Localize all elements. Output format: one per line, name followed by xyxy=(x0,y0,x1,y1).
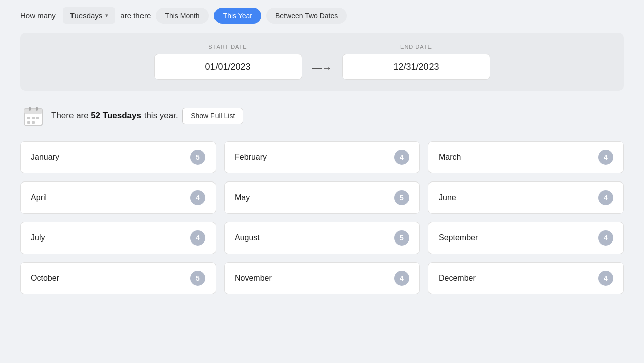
result-prefix: There are xyxy=(51,111,89,120)
svg-rect-8 xyxy=(32,121,35,124)
svg-rect-1 xyxy=(24,109,42,114)
end-date-field: END DATE xyxy=(342,44,490,80)
month-card-july[interactable]: July4 xyxy=(20,222,216,254)
day-select-button[interactable]: Tuesdays ▾ xyxy=(63,7,115,24)
month-count-badge: 4 xyxy=(598,230,613,246)
dropdown-arrow-icon: ▾ xyxy=(105,12,108,19)
toolbar-label2: are there xyxy=(120,11,151,20)
svg-rect-3 xyxy=(36,107,38,111)
month-card-september[interactable]: September4 xyxy=(428,222,624,254)
month-count-badge: 4 xyxy=(394,150,409,165)
svg-rect-6 xyxy=(36,117,39,119)
month-name: May xyxy=(235,193,250,202)
month-name: July xyxy=(31,233,45,243)
month-count-badge: 5 xyxy=(394,230,409,246)
month-name: June xyxy=(439,193,456,202)
start-date-input[interactable] xyxy=(154,54,302,80)
month-count-badge: 4 xyxy=(190,190,205,205)
result-section: There are 52 Tuesdays this year. Show Fu… xyxy=(20,105,624,127)
month-card-may[interactable]: May5 xyxy=(224,182,420,214)
month-card-march[interactable]: March4 xyxy=(428,141,624,173)
month-grid: January5February4March4April4May5June4Ju… xyxy=(20,141,624,294)
month-count-badge: 4 xyxy=(394,271,409,286)
month-card-august[interactable]: August5 xyxy=(224,222,420,254)
svg-rect-7 xyxy=(27,121,30,124)
date-range-row: START DATE —→ END DATE xyxy=(154,44,490,80)
month-count-badge: 4 xyxy=(598,150,613,165)
month-card-april[interactable]: April4 xyxy=(20,182,216,214)
month-card-february[interactable]: February4 xyxy=(224,141,420,173)
month-count-badge: 4 xyxy=(598,271,613,286)
month-name: August xyxy=(235,233,260,243)
month-name: January xyxy=(31,153,59,162)
date-range-section: START DATE —→ END DATE xyxy=(20,33,624,91)
month-card-january[interactable]: January5 xyxy=(20,141,216,173)
month-count-badge: 5 xyxy=(190,150,205,165)
page-container: How many Tuesdays ▾ are there This Month… xyxy=(0,0,644,315)
month-card-december[interactable]: December4 xyxy=(428,262,624,294)
show-full-list-button[interactable]: Show Full List xyxy=(182,108,243,124)
month-name: December xyxy=(439,274,476,283)
filter-this-year-button[interactable]: This Year xyxy=(214,8,261,24)
filter-this-month-button[interactable]: This Month xyxy=(156,8,208,24)
day-select-label: Tuesdays xyxy=(70,11,102,20)
toolbar-label1: How many xyxy=(20,11,56,20)
end-date-input[interactable] xyxy=(342,54,490,80)
month-name: February xyxy=(235,153,267,162)
svg-rect-2 xyxy=(29,107,31,111)
month-count-badge: 5 xyxy=(190,271,205,286)
month-card-october[interactable]: October5 xyxy=(20,262,216,294)
svg-rect-4 xyxy=(27,117,30,119)
month-count-badge: 5 xyxy=(394,190,409,205)
calendar-icon xyxy=(22,105,44,127)
month-card-june[interactable]: June4 xyxy=(428,182,624,214)
date-range-arrow-icon: —→ xyxy=(312,62,332,74)
result-count: 52 Tuesdays xyxy=(91,111,144,120)
month-name: October xyxy=(31,274,59,283)
month-name: November xyxy=(235,274,272,283)
month-count-badge: 4 xyxy=(598,190,613,205)
toolbar: How many Tuesdays ▾ are there This Month… xyxy=(20,0,624,33)
month-count-badge: 4 xyxy=(190,230,205,246)
month-name: April xyxy=(31,193,47,202)
end-date-label: END DATE xyxy=(400,44,432,50)
filter-between-dates-button[interactable]: Between Two Dates xyxy=(266,8,347,24)
result-suffix: this year. xyxy=(144,111,178,120)
result-text-container: There are 52 Tuesdays this year. Show Fu… xyxy=(51,108,243,124)
start-date-field: START DATE xyxy=(154,44,302,80)
svg-rect-5 xyxy=(32,117,35,119)
start-date-label: START DATE xyxy=(208,44,247,50)
month-card-november[interactable]: November4 xyxy=(224,262,420,294)
month-name: March xyxy=(439,153,461,162)
month-name: September xyxy=(439,233,478,243)
